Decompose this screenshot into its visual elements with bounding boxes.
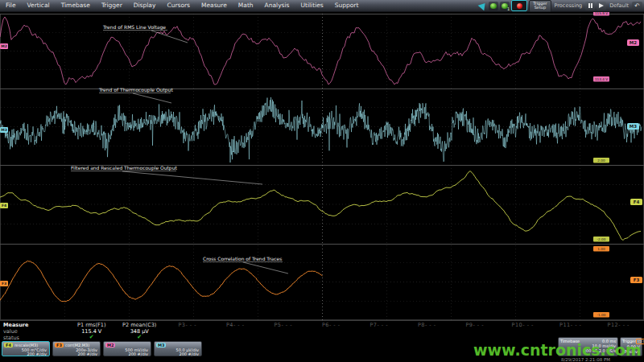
annotation-pointer-line [122, 171, 262, 184]
scale-value-text: 2.00 [597, 158, 605, 162]
oscilloscope-screen: Trend of RMS Line VoltageTrend of Thermo… [0, 0, 644, 362]
measure-columns: P1 rms(F1)115.4 V✔P2 mean(C3)348 µV✔P3- … [68, 322, 642, 340]
measure-header[interactable]: P8- - - [403, 322, 452, 328]
brand-logo: TELEDYNE LECROY [2, 356, 70, 362]
measure-column: P8- - - [403, 322, 452, 340]
measure-header[interactable]: P5- - - [259, 322, 308, 328]
trace-descriptor-M2[interactable]: M2500 mV/div200 #/div [103, 341, 151, 356]
measure-header[interactable]: P2 mean(C3) [116, 322, 164, 328]
trace-annotation: Trend of Thermocouple Output [98, 87, 173, 93]
descriptor-row: F4rescale(M3)500 m°C/div200 #/divF3corr(… [2, 341, 202, 356]
measure-header[interactable]: P3- - - [163, 322, 212, 328]
menu-item-10[interactable]: Support [329, 0, 365, 11]
measure-column: P6- - - [308, 322, 356, 340]
play-icon [599, 3, 604, 8]
measure-column: P9- - - [451, 322, 499, 340]
trace-descriptor-F3[interactable]: F3corr(M2,M3)200e-3/div200 #/div [52, 341, 101, 356]
trace-zero-marker-text: F4 [2, 204, 6, 208]
measure-header[interactable]: P7- - - [355, 322, 403, 328]
scale-value-text: 1.00 [597, 247, 605, 251]
annotation-pointer-line [133, 93, 171, 103]
waveform-F4 [0, 171, 641, 241]
measure-column: P7- - - [355, 322, 403, 340]
measure-header[interactable]: P12- - - [595, 322, 643, 328]
watermark-text: www.cntronics.com [473, 341, 642, 359]
default-label: Default [608, 2, 630, 9]
play-button[interactable] [597, 2, 606, 10]
menu-item-9[interactable]: Utilities [295, 0, 329, 11]
measure-header[interactable]: P4- - - [212, 322, 260, 328]
toolbar-right: 1 Trigger Setup Processing Default ↶ [479, 0, 642, 11]
menu-item-5[interactable]: Cursors [161, 0, 196, 11]
menu-item-7[interactable]: Math [233, 0, 259, 11]
measure-column: P10- - - [499, 322, 547, 340]
menu-item-3[interactable]: Trigger [96, 0, 128, 11]
trace-tag: F4 [4, 343, 13, 348]
waveform-F3 [0, 261, 323, 302]
measure-header[interactable]: P10- - - [499, 322, 547, 328]
waveform-M2 [0, 17, 641, 84]
trace-tag: F3 [55, 343, 64, 348]
menu-item-2[interactable]: Timebase [56, 0, 96, 11]
trace-label-text: M2 [630, 40, 637, 45]
menu-item-1[interactable]: Vertical [22, 0, 56, 11]
status-row-label: status [3, 335, 28, 341]
record-button[interactable] [511, 0, 527, 11]
value-row-label: value [3, 328, 28, 335]
trace-zero-marker-text: F3 [2, 282, 6, 286]
trace-annotation: Filtered and Rescaled Thermocouple Outpu… [71, 165, 177, 171]
scale-value-text: 113.4 V [595, 77, 608, 81]
undo-icon[interactable]: ↶ [632, 2, 642, 10]
trace-label-text: F4 [634, 200, 640, 204]
menu-item-4[interactable]: Display [128, 0, 162, 11]
measure-column: P2 mean(C3)348 µV✔ [116, 322, 164, 340]
camera-1-icon[interactable]: 1 [500, 2, 510, 10]
trace-label-text: F3 [634, 278, 640, 282]
record-icon [517, 3, 522, 9]
processing-label: Processing [553, 2, 584, 9]
measure-header[interactable]: P6- - - [308, 322, 356, 328]
menu-bar: FileVerticalTimebaseTriggerDisplayCursor… [0, 0, 644, 12]
trigger-setup-button[interactable]: Trigger Setup [529, 0, 551, 12]
horizontal-scale: 200 #/div [77, 352, 97, 356]
measure-header[interactable]: P9- - - [451, 322, 499, 328]
measure-status-check: ✔ [116, 335, 164, 340]
camera-badge: 1 [507, 6, 510, 11]
measure-title: Measure [3, 322, 28, 328]
measure-column: P5- - - [259, 322, 308, 340]
horizontal-scale: 200 #/div [128, 352, 148, 356]
waveform-display: Trend of RMS Line VoltageTrend of Thermo… [0, 0, 644, 362]
horizontal-scale: 200 #/div [179, 352, 199, 356]
trigger-setup-line2: Setup [533, 6, 547, 10]
trace-annotation: Trend of RMS Line Voltage [102, 24, 166, 31]
measure-column: P1 rms(F1)115.4 V✔ [68, 322, 116, 340]
measure-status-check: ✔ [68, 335, 116, 340]
menu-item-8[interactable]: Analysis [259, 0, 295, 11]
measure-row-labels: Measure value status [3, 322, 28, 341]
measure-header[interactable]: P1 rms(F1) [68, 322, 116, 328]
waveform-M3 [0, 97, 642, 162]
measure-table: Measure value status P1 rms(F1)115.4 V✔P… [0, 320, 644, 342]
measure-column: P3- - - [163, 322, 212, 340]
menu-item-0[interactable]: File [0, 0, 22, 11]
menu-items: FileVerticalTimebaseTriggerDisplayCursor… [0, 0, 364, 11]
camera-icon[interactable] [489, 2, 498, 10]
trace-label-text: M3 [630, 124, 637, 129]
lecroy-logo-icon [478, 1, 489, 11]
trace-descriptor-F4[interactable]: F4rescale(M3)500 m°C/div200 #/div [2, 341, 50, 356]
trace-annotation: Cross Correlation of Trend Traces [203, 256, 282, 261]
trace-tag: M2 [105, 343, 115, 348]
trace-zero-marker-text: M2 [1, 44, 7, 48]
pause-button[interactable] [585, 2, 595, 10]
pause-icon [588, 3, 593, 8]
trace-tag: M3 [156, 343, 166, 348]
scale-value-text: -1.00 [597, 313, 606, 317]
scale-value-text: -2.00 [597, 237, 606, 241]
menu-item-6[interactable]: Measure [196, 0, 233, 11]
annotation-pointer-line [243, 262, 288, 274]
measure-header[interactable]: P11- - - [547, 322, 595, 328]
measure-column: P4- - - [212, 322, 260, 340]
trace-zero-marker-text: M3 [1, 128, 7, 132]
trace-descriptor-M3[interactable]: M350.0 µV/div200 #/div [154, 341, 202, 356]
